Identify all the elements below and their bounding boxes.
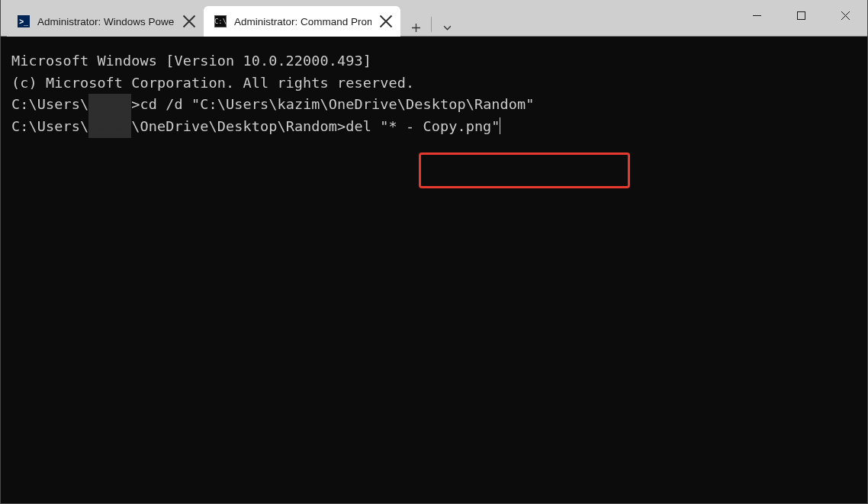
command-prompt-icon: C:\ — [214, 15, 227, 27]
close-icon[interactable] — [379, 14, 393, 28]
tab-label: Administrator: Command Promp — [234, 16, 371, 27]
copyright-line: (c) Microsoft Corporation. All rights re… — [11, 72, 857, 95]
redacted-username: xxxxx — [88, 116, 131, 138]
powershell-icon: >_ — [18, 15, 30, 27]
tab-powershell[interactable]: >_ Administrator: Windows PowerS — [7, 6, 204, 37]
terminal-area-wrap: Microsoft Windows [Version 10.0.22000.49… — [1, 37, 867, 152]
redacted-username: xxxxx — [88, 94, 131, 116]
version-line: Microsoft Windows [Version 10.0.22000.49… — [11, 50, 857, 72]
command-text: cd /d "C:\Users\kazim\OneDrive\Desktop\R… — [140, 96, 535, 112]
close-button[interactable] — [823, 0, 867, 30]
command-line-1: C:\Users\xxxxx>cd /d "C:\Users\kazim\One… — [11, 94, 857, 116]
annotation-highlight-box — [419, 152, 630, 188]
minimize-button[interactable] — [735, 0, 779, 30]
command-text: del "* - Copy.png" — [346, 118, 500, 134]
tab-command-prompt[interactable]: C:\ Administrator: Command Promp — [204, 6, 400, 37]
maximize-button[interactable] — [779, 0, 823, 30]
svg-rect-0 — [797, 11, 805, 19]
titlebar: >_ Administrator: Windows PowerS C:\ Adm… — [1, 0, 867, 37]
tab-strip: >_ Administrator: Windows PowerS C:\ Adm… — [1, 0, 735, 36]
text-cursor — [500, 117, 501, 134]
tab-label: Administrator: Windows PowerS — [37, 16, 175, 27]
window-controls — [735, 0, 867, 36]
command-line-2: C:\Users\xxxxx\OneDrive\Desktop\Random>d… — [11, 116, 857, 138]
terminal-output[interactable]: Microsoft Windows [Version 10.0.22000.49… — [1, 37, 867, 152]
close-icon[interactable] — [182, 14, 196, 28]
